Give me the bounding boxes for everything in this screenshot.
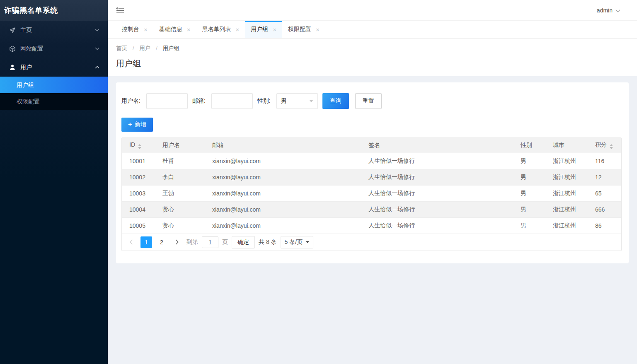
chevron-down-icon — [95, 47, 99, 50]
page-unit-label: 页 — [222, 239, 228, 246]
table-row: 10003王勃xianxin@layui.com人生恰似一场修行男浙江杭州65 — [122, 185, 621, 201]
table-row: 10004贤心xianxin@layui.com人生恰似一场修行男浙江杭州666 — [122, 201, 621, 217]
table-row: 10002李白xianxin@layui.com人生恰似一场修行男浙江杭州12 — [122, 169, 621, 185]
user-menu[interactable]: admin — [597, 7, 620, 14]
cube-icon — [9, 46, 16, 52]
column-header-score[interactable]: 积分 — [588, 138, 621, 153]
user-name: admin — [597, 7, 613, 14]
next-page-button[interactable] — [171, 236, 183, 248]
column-header-username: 用户名 — [155, 138, 205, 153]
search-form: 用户名: 邮箱: 性别: 男 查询 重置 — [121, 93, 622, 109]
chevron-up-icon — [95, 66, 99, 69]
collapse-sidebar-icon[interactable] — [116, 7, 124, 14]
table-row: 10001杜甫xianxin@layui.com人生恰似一场修行男浙江杭州116 — [122, 153, 621, 169]
page-title: 用户组 — [116, 58, 629, 69]
breadcrumb-user[interactable]: 用户 — [139, 45, 150, 51]
sidebar: 诈骗黑名单系统 主页 网站配置 用户 用户组 权限配置 — [0, 0, 108, 364]
content-area: 用户名: 邮箱: 性别: 男 查询 重置 + 新增 — [108, 76, 637, 364]
breadcrumb-separator: / — [133, 45, 134, 51]
tab-bar: 控制台 × 基础信息 × 黑名单列表 × 用户组 × 权限配置 × — [108, 21, 637, 39]
prev-page-button[interactable] — [125, 236, 137, 248]
chevron-down-icon — [95, 29, 99, 31]
tab-basic-info[interactable]: 基础信息 × — [153, 21, 196, 38]
gender-label: 性别: — [257, 97, 271, 105]
sidebar-nav: 主页 网站配置 用户 用户组 权限配置 — [0, 21, 108, 110]
page-2-button[interactable]: 2 — [156, 236, 167, 248]
column-header-email: 邮箱 — [205, 138, 361, 153]
gender-selected-value: 男 — [281, 97, 287, 105]
user-table: ID 用户名 邮箱 签名 性别 城市 积分 — [121, 137, 622, 251]
tab-permission-config[interactable]: 权限配置 × — [282, 21, 325, 38]
username-input[interactable] — [146, 93, 188, 109]
close-icon[interactable]: × — [316, 27, 320, 33]
goto-page-input[interactable] — [202, 236, 218, 248]
gender-select[interactable]: 男 — [276, 93, 318, 109]
page-1-button[interactable]: 1 — [140, 236, 152, 248]
breadcrumb-home[interactable]: 首页 — [116, 45, 127, 51]
sort-icon[interactable] — [610, 144, 613, 149]
user-group-card: 用户名: 邮箱: 性别: 男 查询 重置 + 新增 — [116, 82, 629, 263]
goto-label: 到第 — [186, 239, 198, 246]
close-icon[interactable]: × — [144, 27, 148, 33]
sidebar-item-home[interactable]: 主页 — [0, 21, 108, 39]
plus-icon: + — [128, 121, 132, 128]
top-bar: admin — [108, 0, 637, 21]
breadcrumb: 首页 / 用户 / 用户组 — [116, 45, 629, 52]
table-header-row: ID 用户名 邮箱 签名 性别 城市 积分 — [122, 138, 621, 153]
tab-blacklist[interactable]: 黑名单列表 × — [196, 21, 245, 38]
main-area: admin 控制台 × 基础信息 × 黑名单列表 × 用户组 × 权限配置 × … — [108, 0, 637, 364]
page-header: 首页 / 用户 / 用户组 用户组 — [108, 39, 637, 76]
sidebar-item-user[interactable]: 用户 — [0, 58, 108, 77]
paper-plane-icon — [9, 27, 16, 34]
per-page-value: 5 条/页 — [285, 239, 303, 246]
close-icon[interactable]: × — [236, 27, 240, 33]
query-button[interactable]: 查询 — [322, 93, 349, 109]
sidebar-submenu: 用户组 权限配置 — [0, 77, 108, 110]
tab-user-group[interactable]: 用户组 × — [245, 21, 282, 38]
sidebar-item-site-config[interactable]: 网站配置 — [0, 39, 108, 58]
add-button[interactable]: + 新增 — [121, 118, 153, 132]
close-icon[interactable]: × — [187, 27, 191, 33]
column-header-id[interactable]: ID — [122, 138, 155, 153]
table-row: 10005贤心xianxin@layui.com人生恰似一场修行男浙江杭州86 — [122, 217, 621, 234]
breadcrumb-current: 用户组 — [163, 45, 180, 51]
user-icon — [9, 64, 16, 71]
tab-console[interactable]: 控制台 × — [116, 21, 153, 38]
username-label: 用户名: — [121, 97, 140, 105]
column-header-city: 城市 — [545, 138, 588, 153]
email-label: 邮箱: — [192, 97, 206, 105]
sort-icon[interactable] — [138, 144, 141, 149]
dropdown-arrow-icon — [306, 241, 309, 243]
pagination: 1 2 到第 页 确定 共 8 条 5 条/页 — [122, 234, 621, 251]
reset-button[interactable]: 重置 — [355, 93, 382, 109]
column-header-gender: 性别 — [513, 138, 545, 153]
close-icon[interactable]: × — [273, 27, 276, 33]
sidebar-subitem-permission-config[interactable]: 权限配置 — [0, 93, 108, 110]
sidebar-subitem-user-group[interactable]: 用户组 — [0, 77, 108, 93]
chevron-down-icon — [615, 9, 620, 12]
dropdown-arrow-icon — [309, 100, 313, 102]
column-header-signature: 签名 — [361, 138, 513, 153]
app-title: 诈骗黑名单系统 — [0, 0, 108, 21]
per-page-select[interactable]: 5 条/页 — [281, 236, 314, 248]
email-input[interactable] — [211, 93, 253, 109]
total-count: 共 8 条 — [259, 239, 277, 246]
confirm-button[interactable]: 确定 — [232, 236, 255, 248]
breadcrumb-separator: / — [156, 45, 157, 51]
